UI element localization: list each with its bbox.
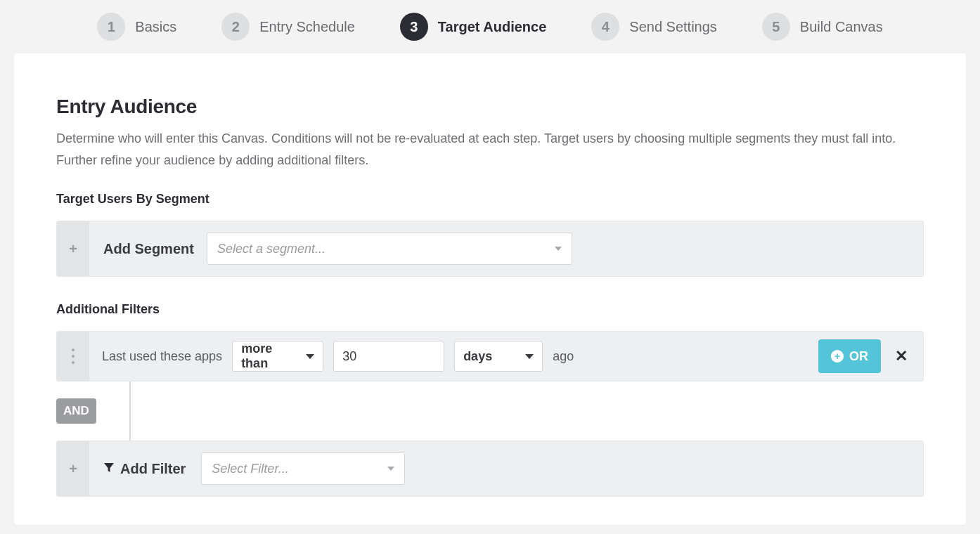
add-segment-label: Add Segment: [103, 241, 194, 257]
step-number: 2: [221, 13, 250, 41]
comparator-select[interactable]: more than: [232, 341, 323, 372]
add-filter-select[interactable]: Select Filter...: [201, 452, 405, 485]
chevron-down-icon: [525, 354, 534, 359]
add-filter-row: + Add Filter Select Filter...: [56, 441, 924, 497]
filter-value-input[interactable]: [333, 341, 444, 372]
filter-suffix: ago: [553, 349, 574, 364]
remove-filter-button[interactable]: ✕: [895, 347, 908, 365]
segment-heading: Target Users By Segment: [56, 192, 924, 207]
add-filter-label-group: Add Filter: [103, 461, 186, 477]
filter-icon: [103, 461, 115, 477]
and-badge: AND: [56, 398, 96, 424]
step-label: Target Audience: [438, 19, 546, 35]
step-label: Entry Schedule: [259, 19, 355, 35]
unit-select[interactable]: days: [454, 341, 543, 372]
step-number: 1: [97, 13, 125, 41]
close-icon: ✕: [895, 347, 908, 365]
filters-heading: Additional Filters: [56, 302, 924, 317]
step-label: Basics: [135, 19, 176, 35]
or-button-label: OR: [849, 349, 868, 364]
step-number: 5: [762, 13, 790, 41]
plus-icon: +: [69, 241, 77, 257]
page-title: Entry Audience: [56, 96, 924, 118]
chevron-down-icon: [306, 354, 314, 359]
plus-icon: +: [69, 461, 77, 477]
step-basics[interactable]: 1 Basics: [97, 13, 176, 41]
segment-select-placeholder: Select a segment...: [217, 242, 325, 256]
add-filter-placeholder: Select Filter...: [212, 462, 288, 476]
filter-block: Last used these apps more than days ago …: [56, 331, 924, 497]
add-segment-handle[interactable]: +: [57, 221, 89, 276]
chevron-down-icon: [387, 467, 394, 471]
step-entry-schedule[interactable]: 2 Entry Schedule: [221, 13, 355, 41]
step-label: Build Canvas: [800, 19, 883, 35]
step-send-settings[interactable]: 4 Send Settings: [591, 13, 717, 41]
segment-select[interactable]: Select a segment...: [207, 233, 572, 265]
filter-drag-handle[interactable]: [57, 332, 89, 381]
add-filter-handle[interactable]: +: [57, 441, 89, 496]
main-card: Entry Audience Determine who will enter …: [14, 53, 966, 525]
add-filter-label: Add Filter: [120, 461, 186, 477]
chevron-down-icon: [555, 247, 562, 251]
unit-value: days: [463, 349, 492, 364]
stepper: 1 Basics 2 Entry Schedule 3 Target Audie…: [0, 0, 980, 53]
filter-row-1: Last used these apps more than days ago …: [56, 331, 924, 382]
or-button[interactable]: + OR: [818, 339, 881, 373]
step-number: 3: [400, 13, 428, 41]
drag-icon: [72, 349, 75, 364]
comparator-value: more than: [241, 341, 300, 371]
add-segment-row: + Add Segment Select a segment...: [56, 221, 924, 277]
step-number: 4: [591, 13, 619, 41]
step-target-audience[interactable]: 3 Target Audience: [400, 13, 546, 41]
plus-circle-icon: +: [831, 350, 844, 363]
page-description: Determine who will enter this Canvas. Co…: [56, 128, 924, 171]
step-build-canvas[interactable]: 5 Build Canvas: [762, 13, 883, 41]
filter-prefix: Last used these apps: [102, 349, 222, 364]
step-label: Send Settings: [629, 19, 717, 35]
